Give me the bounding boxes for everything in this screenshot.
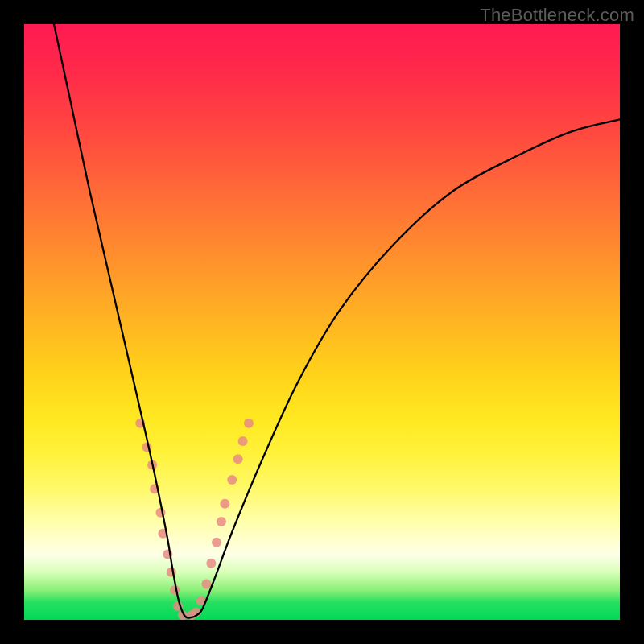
highlight-dot [167,568,176,577]
highlight-dot [206,559,216,568]
highlight-dot [244,419,254,428]
highlight-dot [227,475,237,485]
chart-frame: TheBottleneck.com [0,0,644,644]
highlight-dot [217,517,226,526]
watermark-text: TheBottleneck.com [480,5,634,26]
highlight-dot [212,538,221,547]
chart-svg [24,24,620,620]
highlight-dots-layer [135,419,254,620]
highlight-dot [201,580,211,589]
plot-area [24,24,620,620]
highlight-dot [233,454,243,464]
highlight-dot [238,436,248,446]
highlight-dot [220,499,229,509]
bottleneck-curve [54,24,620,618]
